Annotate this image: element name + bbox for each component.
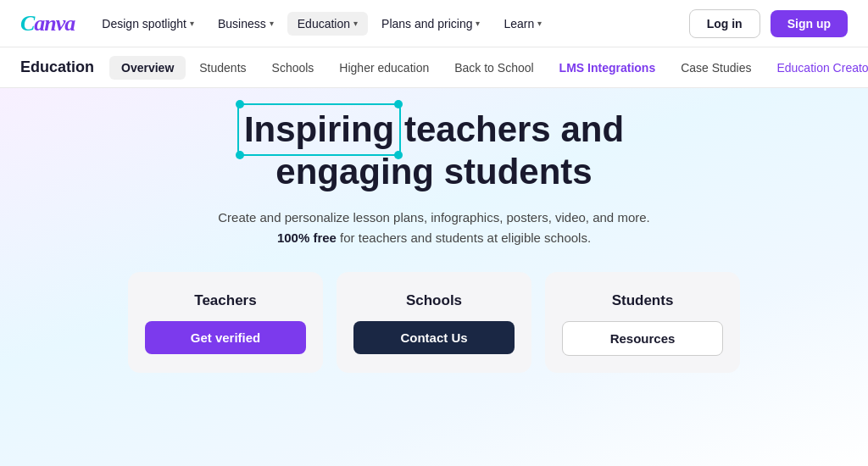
dot-tl [236,100,244,108]
subnav-schools[interactable]: Schools [260,56,326,80]
dot-tr [394,100,403,108]
nav-design-spotlight[interactable]: Design spotlight ▾ [92,12,204,36]
card-schools: Schools Contact Us [337,272,531,373]
chevron-down-icon: ▾ [353,19,358,28]
contact-us-button[interactable]: Contact Us [353,321,515,354]
nav-plans-pricing[interactable]: Plans and pricing ▾ [371,12,490,36]
subnav-overview[interactable]: Overview [109,56,186,80]
card-teachers-title: Teachers [194,292,256,309]
top-navigation: Canva Design spotlight ▾ Business ▾ Educ… [0,0,868,47]
hero-line2: engaging students [275,152,592,191]
hero-subtitle: Create and personalize lesson plans, inf… [205,208,663,248]
card-schools-title: Schools [406,292,462,309]
subnav-back-to-school[interactable]: Back to School [442,56,545,80]
subnav-higher-education[interactable]: Higher education [327,56,441,80]
subnav-students[interactable]: Students [187,56,258,80]
card-students-title: Students [612,292,674,309]
get-verified-button[interactable]: Get verified [145,321,306,354]
hero-subtitle-bold: 100% free [277,230,337,245]
subnav-lms-integrations[interactable]: LMS Integrations [548,56,668,80]
main-content: Inspiring teachers and engaging students… [0,88,868,466]
logo[interactable]: Canva [20,11,75,36]
hero-highlight-box: Inspiring [244,108,394,151]
hero-line1: Inspiring teachers and [244,109,624,149]
card-teachers: Teachers Get verified [128,272,323,373]
sub-nav-title: Education [20,58,94,76]
subnav-case-studies[interactable]: Case Studies [669,56,763,80]
nav-learn[interactable]: Learn ▾ [493,12,552,36]
sub-navigation: Education Overview Students Schools High… [0,47,868,88]
nav-business[interactable]: Business ▾ [208,12,284,36]
login-button[interactable]: Log in [689,9,760,38]
hero-title-wrapper: Inspiring teachers and engaging students [244,108,624,194]
nav-education[interactable]: Education ▾ [287,12,368,36]
signup-button[interactable]: Sign up [771,10,848,37]
cards-container: Teachers Get verified Schools Contact Us… [128,272,740,373]
chevron-down-icon: ▾ [476,19,480,28]
subnav-education-creator[interactable]: Education Creator [765,56,868,80]
dot-bl [236,151,244,159]
resources-button[interactable]: Resources [562,321,723,356]
chevron-down-icon: ▾ [270,19,274,28]
hero-title: Inspiring teachers and engaging students [244,108,624,194]
card-students: Students Resources [545,272,740,373]
chevron-down-icon: ▾ [190,19,194,28]
chevron-down-icon: ▾ [537,19,542,28]
